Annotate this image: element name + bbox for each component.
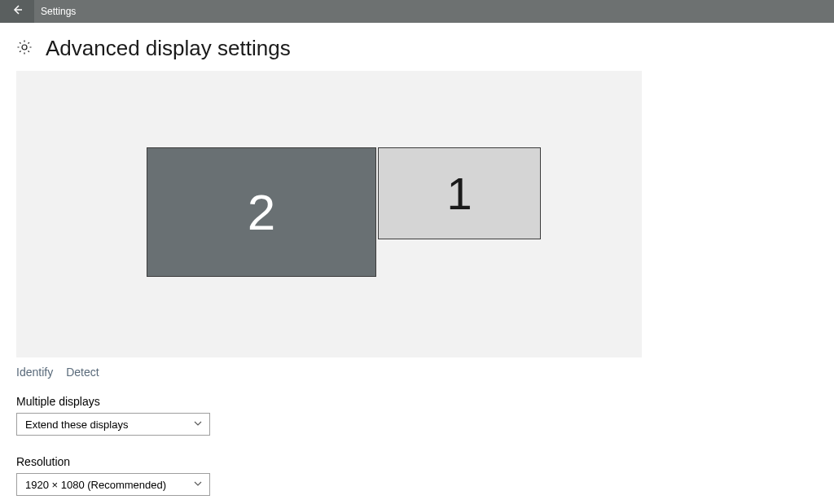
chevron-down-icon: [193, 479, 203, 491]
app-name: Settings: [34, 0, 76, 23]
gear-icon: [16, 39, 33, 59]
content-area: Advanced display settings 2 1 Identify D…: [0, 23, 834, 504]
resolution-group: Resolution 1920 × 1080 (Recommended): [16, 455, 818, 496]
page-title: Advanced display settings: [46, 36, 291, 61]
detect-link[interactable]: Detect: [66, 366, 99, 379]
multiple-displays-select[interactable]: Extend these displays: [16, 413, 210, 436]
resolution-label: Resolution: [16, 455, 818, 468]
svg-point-0: [22, 45, 27, 50]
back-arrow-icon: [11, 3, 24, 20]
resolution-select[interactable]: 1920 × 1080 (Recommended): [16, 473, 210, 496]
monitor-1-label: 1: [446, 167, 472, 220]
display-arrangement-panel[interactable]: 2 1: [16, 71, 642, 357]
multiple-displays-label: Multiple displays: [16, 395, 818, 408]
identify-link[interactable]: Identify: [16, 366, 53, 379]
multiple-displays-group: Multiple displays Extend these displays: [16, 395, 818, 436]
resolution-value: 1920 × 1080 (Recommended): [25, 479, 166, 491]
multiple-displays-value: Extend these displays: [25, 419, 128, 431]
monitor-2-label: 2: [248, 183, 275, 241]
page-header: Advanced display settings: [16, 36, 818, 61]
back-button[interactable]: [0, 0, 34, 23]
titlebar: Settings: [0, 0, 834, 23]
chevron-down-icon: [193, 419, 203, 431]
monitor-1[interactable]: 1: [378, 147, 541, 239]
monitor-2[interactable]: 2: [147, 147, 376, 277]
display-action-links: Identify Detect: [16, 366, 818, 379]
